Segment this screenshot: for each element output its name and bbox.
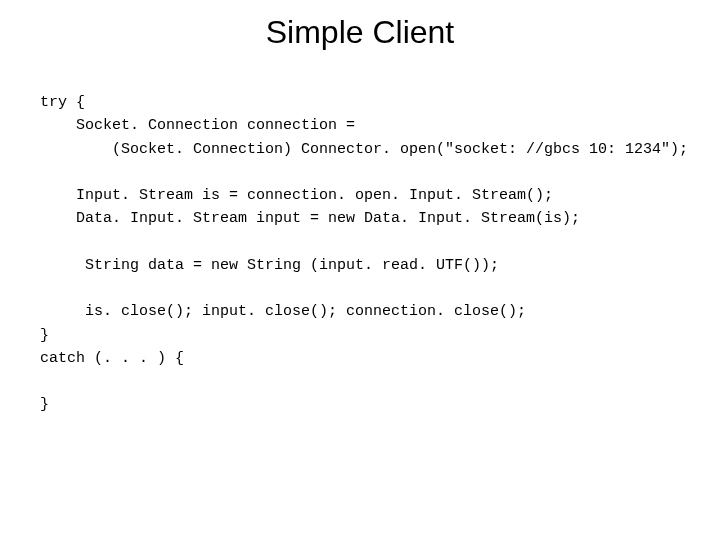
- slide-title: Simple Client: [0, 0, 720, 91]
- code-block: try { Socket. Connection connection = (S…: [0, 91, 720, 417]
- slide: Simple Client try { Socket. Connection c…: [0, 0, 720, 540]
